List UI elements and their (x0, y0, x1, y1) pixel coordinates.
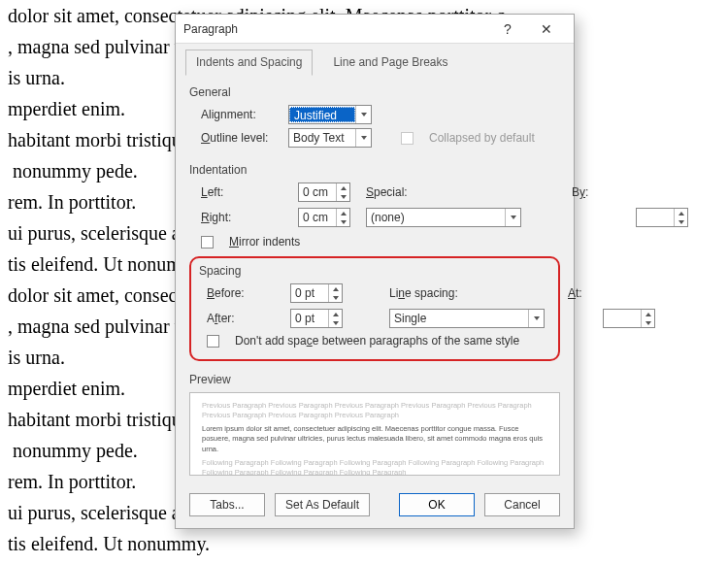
chevron-down-icon[interactable] (329, 318, 342, 327)
indent-right-spinner[interactable]: 0 cm (298, 208, 350, 227)
chevron-up-icon[interactable] (329, 284, 342, 293)
mirror-indents-checkbox[interactable] (201, 236, 214, 249)
spacing-at-label: At: (568, 286, 597, 300)
chevron-up-icon[interactable] (337, 209, 349, 217)
chevron-up-icon[interactable] (675, 209, 687, 217)
indent-special-combo[interactable]: (none) (366, 208, 521, 227)
ok-button[interactable]: OK (399, 493, 475, 516)
chevron-down-icon[interactable] (642, 318, 654, 327)
set-default-button[interactable]: Set As Default (275, 493, 370, 516)
chevron-down-icon (528, 310, 544, 327)
mirror-indents-label: Mirror indents (229, 235, 300, 249)
chevron-down-icon (505, 209, 520, 226)
close-button[interactable]: ✕ (527, 16, 566, 43)
alignment-label: Alignment: (201, 108, 279, 121)
indent-special-label: Special: (366, 185, 463, 199)
paragraph-dialog: Paragraph ? ✕ Indents and Spacing Line a… (175, 14, 575, 529)
group-preview-label: Preview (189, 373, 560, 386)
preview-sample-text: Lorem ipsum dolor sit amet, consectetuer… (202, 424, 547, 453)
indent-right-label: Right: (201, 211, 288, 224)
chevron-up-icon[interactable] (642, 310, 654, 318)
tab-line-page-breaks[interactable]: Line and Page Breaks (322, 50, 458, 76)
preview-box: Previous Paragraph Previous Paragraph Pr… (189, 392, 560, 476)
dialog-title: Paragraph (183, 22, 488, 36)
outline-level-value: Body Text (289, 131, 355, 145)
chevron-down-icon[interactable] (337, 192, 349, 201)
outline-level-label: Outline level: (201, 131, 279, 145)
dialog-button-bar: Tabs... Set As Default OK Cancel (176, 485, 574, 528)
chevron-up-icon[interactable] (329, 310, 342, 318)
outline-level-combo[interactable]: Body Text (288, 128, 372, 148)
indent-by-spinner[interactable] (636, 208, 688, 227)
dont-add-space-label: Don't add space between paragraphs of th… (235, 334, 519, 348)
indent-by-label: By: (572, 185, 620, 199)
preview-ghost-before: Previous Paragraph Previous Paragraph Pr… (202, 401, 547, 420)
alignment-combo[interactable]: Justified (288, 105, 372, 124)
chevron-down-icon (355, 129, 371, 147)
dialog-titlebar: Paragraph ? ✕ (176, 15, 574, 44)
group-general-label: General (189, 85, 560, 99)
spacing-after-spinner[interactable]: 0 pt (290, 309, 343, 328)
spacing-highlight: Spacing Before: 0 pt Line spacing: At: A… (189, 256, 560, 361)
help-button[interactable]: ? (488, 16, 527, 43)
line-spacing-combo[interactable]: Single (389, 309, 545, 328)
chevron-down-icon (355, 106, 371, 123)
indent-left-spinner[interactable]: 0 cm (298, 182, 350, 202)
spacing-at-spinner[interactable] (603, 309, 655, 328)
group-indentation-label: Indentation (189, 163, 560, 177)
line-spacing-label: Line spacing: (389, 286, 467, 300)
spacing-before-spinner[interactable]: 0 pt (290, 283, 343, 303)
indent-left-label: Left: (201, 185, 288, 199)
chevron-down-icon[interactable] (337, 217, 349, 226)
group-spacing-label: Spacing (199, 264, 550, 278)
collapsed-checkbox (401, 132, 414, 145)
preview-ghost-after: Following Paragraph Following Paragraph … (202, 458, 547, 476)
tab-indents-spacing[interactable]: Indents and Spacing (185, 50, 313, 76)
spacing-before-label: Before: (207, 286, 284, 300)
dont-add-space-checkbox[interactable] (207, 335, 219, 348)
spacing-after-label: After: (207, 312, 284, 325)
dialog-tabs: Indents and Spacing Line and Page Breaks (176, 44, 574, 76)
chevron-down-icon[interactable] (329, 293, 342, 302)
cancel-button[interactable]: Cancel (484, 493, 560, 516)
collapsed-label: Collapsed by default (429, 131, 535, 145)
chevron-up-icon[interactable] (337, 183, 349, 192)
alignment-value: Justified (289, 107, 355, 122)
tabs-button[interactable]: Tabs... (189, 493, 265, 516)
chevron-down-icon[interactable] (675, 217, 687, 226)
